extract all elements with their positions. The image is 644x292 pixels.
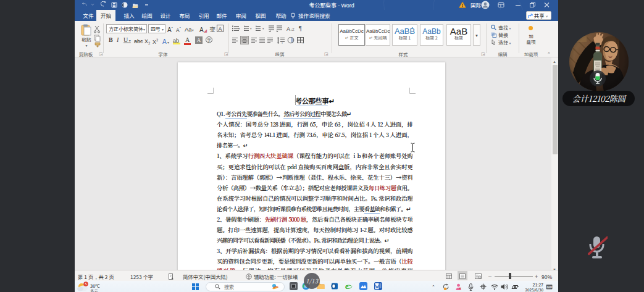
svg-text:国际: 国际 bbox=[470, 1, 482, 9]
svg-text:▾: ▾ bbox=[282, 41, 283, 44]
svg-text:▾: ▾ bbox=[303, 41, 304, 44]
svg-text:GIF: GIF bbox=[547, 285, 553, 290]
svg-text:▾: ▾ bbox=[292, 40, 293, 44]
svg-text:5: 5 bbox=[85, 282, 86, 286]
